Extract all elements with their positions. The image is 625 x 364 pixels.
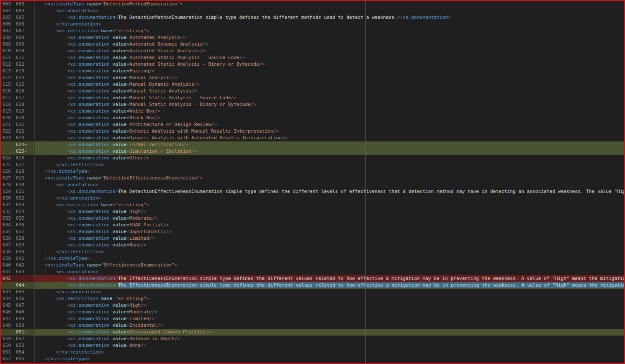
diff-row[interactable]: 605605<xs:documentation>The DetectionMet… <box>0 14 625 21</box>
diff-row[interactable]: 648650<xs:enumeration value=Incidental/> <box>0 322 625 329</box>
code-line[interactable]: <xs:enumeration value=White Box/> <box>33 108 625 115</box>
code-line[interactable]: <xs:enumeration value=Other/> <box>33 155 625 161</box>
diff-row[interactable]: 623623<xs:enumeration value=Dynamic Anal… <box>0 135 625 141</box>
diff-row[interactable]: 630632</xs:annotation> <box>0 195 625 202</box>
code-line[interactable]: <xs:enumeration value=Defense in Depth/> <box>33 336 625 342</box>
code-line[interactable]: </xs:annotation> <box>33 289 625 295</box>
code-line[interactable]: <xs:enumeration value=Formal Verificatio… <box>33 141 625 148</box>
code-line[interactable]: </xs:restriction> <box>33 161 625 168</box>
diff-row[interactable]: 619619<xs:enumeration value=White Box/> <box>0 108 625 115</box>
diff-row[interactable]: 634636<xs:enumeration value=SOAR Partial… <box>0 222 625 228</box>
code-line[interactable]: <xs:annotation> <box>33 182 625 188</box>
code-line[interactable]: <xs:restriction base="xs:string"> <box>33 202 625 208</box>
code-line[interactable]: <xs:enumeration value=Moderate/> <box>33 309 625 315</box>
diff-row[interactable]: 624+<xs:enumeration value=Formal Verific… <box>0 141 625 148</box>
diff-row[interactable]: 637639<xs:enumeration value=None/> <box>0 242 625 249</box>
diff-row[interactable]: 612612<xs:enumeration value=Automated St… <box>0 61 625 68</box>
diff-row[interactable]: 647649<xs:enumeration value=Limited/> <box>0 315 625 322</box>
diff-row[interactable]: 651+<xs:enumeration value=Discouraged Co… <box>0 329 625 336</box>
diff-row[interactable]: 643645</xs:annotation> <box>0 289 625 295</box>
diff-row[interactable]: 631633<xs:restriction base="xs:string"> <box>0 202 625 208</box>
diff-row[interactable]: 640642<xs:simpleType name="Effectiveness… <box>0 262 625 269</box>
code-line[interactable]: </xs:restriction> <box>33 349 625 356</box>
code-line[interactable]: <xs:enumeration value=Black Box/> <box>33 115 625 121</box>
diff-row[interactable]: 627629<xs:simpleType name="DetectionEffe… <box>0 175 625 182</box>
code-line[interactable]: <xs:enumeration value=Manual Static Anal… <box>33 95 625 101</box>
code-line[interactable]: <xs:restriction base="xs:string"> <box>33 28 625 34</box>
code-line[interactable]: <xs:enumeration value=Automated Static A… <box>33 61 625 68</box>
diff-row[interactable]: 635637<xs:enumeration value=Opportunisti… <box>0 228 625 235</box>
code-line[interactable]: <xs:enumeration value=Automated Dynamic … <box>33 41 625 48</box>
diff-row[interactable]: 618618<xs:enumeration value=Manual Stati… <box>0 101 625 108</box>
code-line[interactable]: <xs:enumeration value=Limited/> <box>33 235 625 242</box>
code-line[interactable]: <xs:documentation>The EffectivenessEnume… <box>33 275 625 282</box>
code-line[interactable]: <xs:enumeration value=None/> <box>33 342 625 349</box>
diff-row[interactable]: 651654</xs:restriction> <box>0 349 625 356</box>
code-line[interactable]: <xs:enumeration value=High/> <box>33 302 625 309</box>
diff-row[interactable]: 615615<xs:enumeration value=Manual Dynam… <box>0 81 625 88</box>
diff-row[interactable]: 622622<xs:enumeration value=Dynamic Anal… <box>0 128 625 135</box>
diff-row[interactable]: 621621<xs:enumeration value=Architecture… <box>0 121 625 128</box>
code-line[interactable]: <xs:enumeration value=Manual Dynamic Ana… <box>33 81 625 88</box>
code-line[interactable]: <xs:enumeration value=Incidental/> <box>33 322 625 329</box>
diff-row[interactable]: 609609<xs:enumeration value=Automated Dy… <box>0 41 625 48</box>
diff-row[interactable]: 608608<xs:enumeration value=Automated An… <box>0 34 625 41</box>
code-line[interactable]: <xs:enumeration value=Manual Analysis/> <box>33 74 625 81</box>
code-line[interactable]: <xs:enumeration value=Limited/> <box>33 315 625 322</box>
diff-row[interactable]: 641643<xs:annotation> <box>0 269 625 275</box>
diff-row[interactable]: 613613<xs:enumeration value=Fuzzing/> <box>0 68 625 74</box>
diff-row[interactable]: 625+<xs:enumeration value=Simulation / E… <box>0 148 625 155</box>
code-line[interactable]: <xs:enumeration value=Fuzzing/> <box>33 68 625 74</box>
code-line[interactable]: <xs:restriction base="xs:string"> <box>33 295 625 302</box>
diff-row[interactable]: 638640</xs:restriction> <box>0 249 625 255</box>
code-line[interactable]: <xs:enumeration value=Opportunistic/> <box>33 228 625 235</box>
diff-row[interactable]: 603603<xs:simpleType name="DetectionMeth… <box>0 1 625 8</box>
code-line[interactable]: <xs:enumeration value=Dynamic Analysis w… <box>33 128 625 135</box>
code-line[interactable]: <xs:enumeration value=High/> <box>33 208 625 215</box>
code-line[interactable]: <xs:enumeration value=Automated Static A… <box>33 48 625 54</box>
diff-row[interactable]: 645647<xs:enumeration value=High/> <box>0 302 625 309</box>
code-line[interactable]: <xs:enumeration value=Moderate/> <box>33 215 625 222</box>
code-line[interactable]: <xs:documentation>The DetectionEffective… <box>33 188 625 195</box>
diff-row[interactable]: 628630<xs:annotation> <box>0 182 625 188</box>
diff-row[interactable]: 616616<xs:enumeration value=Manual Stati… <box>0 88 625 95</box>
code-line[interactable]: </xs:simpleType> <box>33 356 625 362</box>
diff-row[interactable]: 611611<xs:enumeration value=Automated St… <box>0 54 625 61</box>
code-line[interactable]: <xs:annotation> <box>33 8 625 14</box>
diff-row[interactable]: 649652<xs:enumeration value=Defense in D… <box>0 336 625 342</box>
diff-row[interactable]: 633635<xs:enumeration value=Moderate/> <box>0 215 625 222</box>
diff-row[interactable]: 604604<xs:annotation> <box>0 8 625 14</box>
code-line[interactable]: <xs:simpleType name="EffectivenessEnumer… <box>33 262 625 269</box>
diff-row[interactable]: 644646<xs:restriction base="xs:string"> <box>0 295 625 302</box>
diff-row[interactable]: 652655</xs:simpleType> <box>0 356 625 362</box>
code-line[interactable]: <xs:enumeration value=Manual Static Anal… <box>33 88 625 95</box>
code-line[interactable]: <xs:enumeration value=Simulation / Emula… <box>33 148 625 155</box>
code-line[interactable]: <xs:simpleType name="DetectionMethodEnum… <box>33 1 625 8</box>
diff-row[interactable]: 646648<xs:enumeration value=Moderate/> <box>0 309 625 315</box>
code-line[interactable]: <xs:documentation>The·EffectivenessEnume… <box>33 282 625 289</box>
code-line[interactable]: <xs:simpleType name="DetectionEffectiven… <box>33 175 625 182</box>
diff-row[interactable]: 607607<xs:restriction base="xs:string"> <box>0 28 625 34</box>
code-line[interactable]: <xs:enumeration value=Automated Static A… <box>33 54 625 61</box>
code-line[interactable]: <xs:enumeration value=Discouraged Common… <box>33 329 625 336</box>
diff-row[interactable]: 620620<xs:enumeration value=Black Box/> <box>0 115 625 121</box>
code-line[interactable]: <xs:enumeration value=Architecture or De… <box>33 121 625 128</box>
diff-row[interactable]: 610610<xs:enumeration value=Automated St… <box>0 48 625 54</box>
code-line[interactable]: </xs:simpleType> <box>33 168 625 175</box>
diff-row[interactable]: 624626<xs:enumeration value=Other/> <box>0 155 625 161</box>
diff-row[interactable]: 606606</xs:annotation> <box>0 21 625 28</box>
diff-row[interactable]: 644+<xs:documentation>The·EffectivenessE… <box>0 282 625 289</box>
diff-row[interactable]: 642—<xs:documentation>The EffectivenessE… <box>0 275 625 282</box>
diff-row[interactable]: 629631<xs:documentation>The DetectionEff… <box>0 188 625 195</box>
code-line[interactable]: <xs:enumeration value=Dynamic Analysis w… <box>33 135 625 141</box>
code-line[interactable]: <xs:enumeration value=Manual Static Anal… <box>33 101 625 108</box>
code-line[interactable]: <xs:enumeration value=SOAR Partial/> <box>33 222 625 228</box>
code-line[interactable]: </xs:restriction> <box>33 249 625 255</box>
diff-row[interactable]: 617617<xs:enumeration value=Manual Stati… <box>0 95 625 101</box>
diff-row[interactable]: 636638<xs:enumeration value=Limited/> <box>0 235 625 242</box>
diff-row[interactable]: 614614<xs:enumeration value=Manual Analy… <box>0 74 625 81</box>
diff-row[interactable]: 639641</xs:simpleType> <box>0 255 625 262</box>
code-line[interactable]: </xs:annotation> <box>33 195 625 202</box>
code-line[interactable]: <xs:documentation>The DetectionMethodEnu… <box>33 14 625 21</box>
diff-row[interactable]: 632634<xs:enumeration value=High/> <box>0 208 625 215</box>
